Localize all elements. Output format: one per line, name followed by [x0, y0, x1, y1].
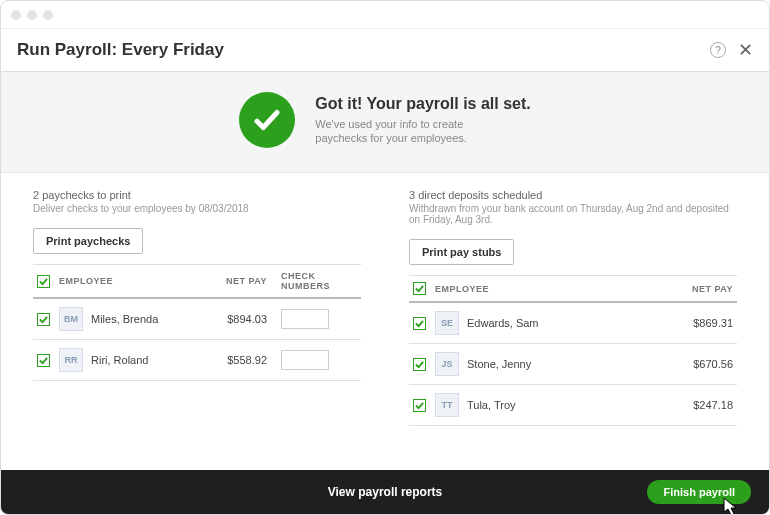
deposits-column: 3 direct deposits scheduled Withdrawn fr…: [409, 189, 737, 460]
netpay-cell: $670.56: [667, 344, 737, 385]
employee-cell: TTTula, Troy: [431, 385, 667, 426]
checknumbers-header: CHECK NUMBERS: [271, 265, 361, 299]
checknumber-cell: [271, 298, 361, 340]
employee-cell: JSStone, Jenny: [431, 344, 667, 385]
employee-header: EMPLOYEE: [55, 265, 201, 299]
netpay-cell: $247.18: [667, 385, 737, 426]
paychecks-summary-sub: Deliver checks to your employees by 08/0…: [33, 203, 361, 214]
deposits-table: EMPLOYEE NET PAY SEEdwards, Sam$869.31JS…: [409, 275, 737, 426]
page-title: Run Payroll: Every Friday: [17, 40, 224, 60]
row-check-cell: [409, 344, 431, 385]
employee-name: Miles, Brenda: [91, 313, 158, 325]
row-check-cell: [33, 298, 55, 340]
check-number-input[interactable]: [281, 350, 329, 370]
select-all-checkbox[interactable]: [413, 282, 426, 295]
employee-name: Edwards, Sam: [467, 317, 539, 329]
netpay-cell: $558.92: [201, 340, 271, 381]
print-paychecks-button[interactable]: Print paychecks: [33, 228, 143, 254]
table-row: TTTula, Troy$247.18: [409, 385, 737, 426]
print-paystubs-button[interactable]: Print pay stubs: [409, 239, 514, 265]
row-checkbox[interactable]: [37, 313, 50, 326]
avatar: SE: [435, 311, 459, 335]
row-checkbox[interactable]: [413, 399, 426, 412]
hero-panel: Got it! Your payroll is all set. We've u…: [1, 72, 769, 173]
employee-cell: RRRiri, Roland: [55, 340, 201, 381]
main-content: 2 paychecks to print Deliver checks to y…: [1, 173, 769, 470]
deposits-summary: 3 direct deposits scheduled: [409, 189, 737, 201]
avatar: JS: [435, 352, 459, 376]
table-row: JSStone, Jenny$670.56: [409, 344, 737, 385]
employee-name: Stone, Jenny: [467, 358, 531, 370]
deposits-summary-sub: Withdrawn from your bank account on Thur…: [409, 203, 737, 225]
netpay-cell: $894.03: [201, 298, 271, 340]
row-check-cell: [33, 340, 55, 381]
hero-headline: Got it! Your payroll is all set.: [315, 95, 530, 113]
avatar: BM: [59, 307, 83, 331]
employee-cell: BMMiles, Brenda: [55, 298, 201, 340]
row-checkbox[interactable]: [413, 358, 426, 371]
paychecks-column: 2 paychecks to print Deliver checks to y…: [33, 189, 361, 460]
check-number-input[interactable]: [281, 309, 329, 329]
employee-header: EMPLOYEE: [431, 276, 667, 303]
row-check-cell: [409, 385, 431, 426]
netpay-cell: $869.31: [667, 302, 737, 344]
help-icon[interactable]: ?: [710, 42, 726, 58]
avatar: TT: [435, 393, 459, 417]
hero-text: Got it! Your payroll is all set. We've u…: [315, 95, 530, 146]
close-icon[interactable]: ✕: [738, 39, 753, 61]
netpay-header: NET PAY: [667, 276, 737, 303]
row-checkbox[interactable]: [413, 317, 426, 330]
row-checkbox[interactable]: [37, 354, 50, 367]
avatar: RR: [59, 348, 83, 372]
paychecks-summary: 2 paychecks to print: [33, 189, 361, 201]
finish-payroll-button[interactable]: Finish payroll: [647, 480, 751, 504]
table-row: BMMiles, Brenda$894.03: [33, 298, 361, 340]
hero-subtext: paychecks for your employees.: [315, 131, 530, 145]
row-check-cell: [409, 302, 431, 344]
table-row: SEEdwards, Sam$869.31: [409, 302, 737, 344]
employee-cell: SEEdwards, Sam: [431, 302, 667, 344]
titlebar-actions: ? ✕: [710, 39, 753, 61]
checknumber-cell: [271, 340, 361, 381]
select-all-checkbox[interactable]: [37, 275, 50, 288]
window-chrome: [1, 1, 769, 29]
window-dot: [43, 10, 53, 20]
paychecks-table: EMPLOYEE NET PAY CHECK NUMBERS BMMiles, …: [33, 264, 361, 381]
employee-name: Tula, Troy: [467, 399, 516, 411]
hero-subtext: We've used your info to create: [315, 117, 530, 131]
window-dot: [11, 10, 21, 20]
success-check-icon: [239, 92, 295, 148]
title-bar: Run Payroll: Every Friday ? ✕: [1, 29, 769, 72]
netpay-header: NET PAY: [201, 265, 271, 299]
app-window: Run Payroll: Every Friday ? ✕ Got it! Yo…: [0, 0, 770, 515]
view-reports-link[interactable]: View payroll reports: [328, 485, 443, 499]
footer-bar: View payroll reports Finish payroll: [1, 470, 769, 514]
employee-name: Riri, Roland: [91, 354, 148, 366]
table-row: RRRiri, Roland$558.92: [33, 340, 361, 381]
select-all-header: [33, 265, 55, 299]
select-all-header: [409, 276, 431, 303]
window-dot: [27, 10, 37, 20]
